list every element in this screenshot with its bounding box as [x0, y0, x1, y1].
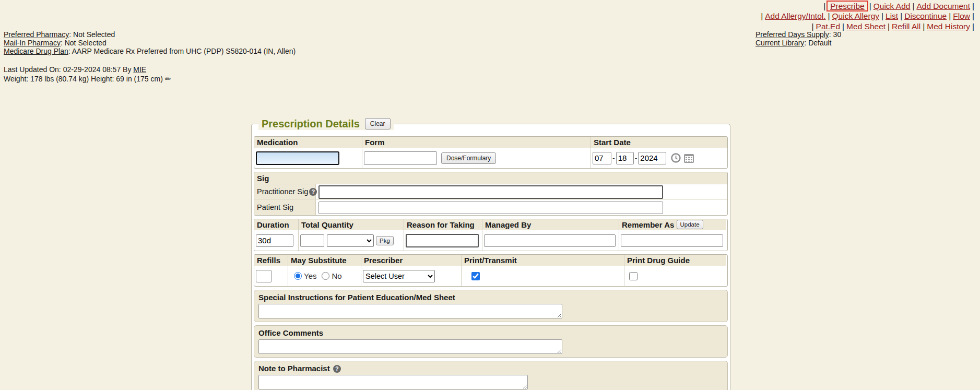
nav-pat-ed-link[interactable]: Pat.Ed: [816, 22, 841, 31]
nav-quick-allergy-link[interactable]: Quick Allergy: [832, 11, 879, 20]
special-instructions-panel: Special Instructions for Patient Educati…: [254, 290, 728, 322]
nav-add-document-link[interactable]: Add Document: [916, 2, 970, 10]
last-updated-text: Last Updated On: 02-29-2024 08:57 By: [4, 65, 131, 74]
nav-med-history-link[interactable]: Med History: [927, 22, 970, 31]
pkg-button[interactable]: Pkg: [376, 236, 394, 245]
form-column: Form Dose/Formulary: [362, 137, 591, 168]
vitals-line: Weight: 178 lbs (80.74 kg) Height: 69 in…: [4, 75, 171, 84]
nav-flow-link[interactable]: Flow: [953, 11, 970, 20]
practitioner-sig-input[interactable]: [318, 185, 663, 199]
divider: [949, 11, 951, 20]
prescription-details-fieldset: Prescription DetailsClear Medication For…: [251, 118, 730, 390]
print-drug-guide-column: Print Drug Guide: [624, 255, 726, 286]
start-date-column: Start Date - -: [591, 137, 727, 168]
print-transmit-column: Print/Transmit: [461, 255, 624, 286]
start-date-year-input[interactable]: [638, 152, 666, 164]
nav-discontinue-link[interactable]: Discontinue: [904, 11, 947, 20]
may-substitute-column: May Substitute Yes No: [288, 255, 361, 286]
divider: [812, 22, 814, 31]
calendar-picker-icon[interactable]: [683, 153, 694, 163]
prescriber-select[interactable]: Select User: [363, 270, 435, 282]
special-instructions-textarea[interactable]: [258, 304, 562, 318]
nav-list-link[interactable]: List: [885, 11, 898, 20]
sig-header: Sig: [254, 172, 727, 184]
may-substitute-no-label: No: [332, 271, 341, 280]
total-quantity-input[interactable]: [300, 234, 324, 247]
managed-by-input[interactable]: [484, 234, 616, 247]
duration-column: Duration: [254, 219, 298, 251]
may-substitute-header: May Substitute: [288, 255, 361, 266]
update-vitals-block: Last Updated On: 02-29-2024 08:57 By MIE…: [4, 65, 171, 84]
date-separator: -: [612, 154, 615, 162]
managed-by-column: Managed By: [482, 219, 619, 251]
prescription-details-legend: Prescription DetailsClear: [258, 118, 394, 130]
print-drug-guide-header: Print Drug Guide: [624, 255, 726, 266]
clear-button[interactable]: Clear: [365, 118, 391, 129]
office-comments-panel: Office Comments: [254, 325, 728, 358]
divider: [869, 2, 871, 10]
print-transmit-header: Print/Transmit: [462, 255, 624, 266]
practitioner-sig-row: Practitioner Sig?: [254, 184, 727, 199]
medication-column: Medication: [254, 137, 362, 168]
supply-library-info-block: Preferred Days Supply: 30 Current Librar…: [755, 30, 841, 47]
divider: [881, 11, 883, 20]
may-substitute-no-radio[interactable]: [322, 272, 329, 280]
time-clock-icon[interactable]: [671, 153, 681, 163]
nav-med-sheet-link[interactable]: Med Sheet: [846, 22, 885, 31]
form-header: Form: [362, 137, 591, 148]
updated-by-user-link[interactable]: MIE: [133, 65, 146, 74]
duration-input[interactable]: [256, 234, 293, 247]
pharmacy-info-block: Preferred Pharmacy: Not Selected Mail-In…: [4, 30, 296, 55]
mail-in-pharmacy-line: Mail-In Pharmacy: Not Selected: [4, 39, 296, 47]
update-button[interactable]: Update: [677, 220, 703, 229]
start-date-day-input[interactable]: [616, 152, 634, 164]
quantity-unit-select[interactable]: [327, 234, 374, 247]
divider: [828, 11, 830, 20]
nav-add-allergy-link[interactable]: Add Allergy/Intol.: [765, 11, 825, 20]
divider: [972, 11, 974, 20]
start-date-month-input[interactable]: [593, 152, 611, 164]
remember-as-column: Remember As Update: [619, 219, 726, 251]
patient-sig-row: Patient Sig: [254, 199, 727, 215]
mail-in-pharmacy-link[interactable]: Mail-In Pharmacy: [4, 39, 61, 47]
form-input[interactable]: [364, 151, 437, 165]
note-to-pharmacist-help-icon[interactable]: ?: [333, 365, 341, 373]
note-to-pharmacist-label-text: Note to Pharmacist: [258, 364, 330, 373]
note-to-pharmacist-textarea[interactable]: [258, 375, 528, 389]
reason-for-taking-input[interactable]: [406, 234, 479, 247]
total-quantity-column: Total Quantity Pkg: [298, 219, 404, 251]
medicare-drug-plan-line: Medicare Drug Plan: AARP Medicare Rx Pre…: [4, 47, 296, 55]
special-instructions-label: Special Instructions for Patient Educati…: [258, 293, 723, 302]
total-quantity-header: Total Quantity: [299, 219, 404, 230]
edit-vitals-pencil-icon[interactable]: ✏: [165, 75, 171, 83]
print-transmit-checkbox[interactable]: [471, 272, 480, 280]
preferred-days-supply-link[interactable]: Preferred Days Supply: [755, 30, 829, 39]
refills-input[interactable]: [256, 270, 271, 282]
medicare-drug-plan-link[interactable]: Medicare Drug Plan: [4, 47, 68, 55]
office-comments-textarea[interactable]: [258, 339, 562, 354]
medication-input[interactable]: [256, 151, 339, 165]
practitioner-sig-label: Practitioner Sig?: [254, 184, 316, 199]
prescriber-column: Prescriber Select User: [361, 255, 461, 286]
dose-formulary-button[interactable]: Dose/Formulary: [441, 152, 496, 164]
patient-sig-input[interactable]: [318, 202, 663, 214]
preferred-pharmacy-link[interactable]: Preferred Pharmacy: [4, 30, 69, 39]
preferred-pharmacy-line: Preferred Pharmacy: Not Selected: [4, 30, 296, 39]
nav-refill-all-link[interactable]: Refill All: [892, 22, 920, 31]
current-library-line: Current Library: Default: [755, 39, 841, 47]
divider: [823, 2, 825, 10]
nav-prescribe-link[interactable]: Prescribe: [830, 2, 864, 10]
medicare-drug-plan-value: : AARP Medicare Rx Preferred from UHC (P…: [68, 47, 296, 55]
print-drug-guide-checkbox[interactable]: [629, 272, 637, 280]
reason-header: Reason for Taking: [404, 219, 482, 230]
note-to-pharmacist-label: Note to Pharmacist ?: [258, 364, 723, 373]
current-library-link[interactable]: Current Library: [755, 39, 804, 47]
refills-column: Refills: [254, 255, 288, 286]
divider: [842, 22, 844, 31]
nav-quick-add-link[interactable]: Quick Add: [873, 2, 911, 10]
may-substitute-yes-radio[interactable]: [294, 272, 302, 280]
note-to-pharmacist-panel: Note to Pharmacist ?: [254, 361, 728, 390]
remember-as-input[interactable]: [621, 234, 723, 247]
duration-quantity-table: Duration Total Quantity Pkg Reason for T…: [254, 219, 728, 251]
sig-table: Sig Practitioner Sig? Patient Sig: [254, 172, 728, 216]
